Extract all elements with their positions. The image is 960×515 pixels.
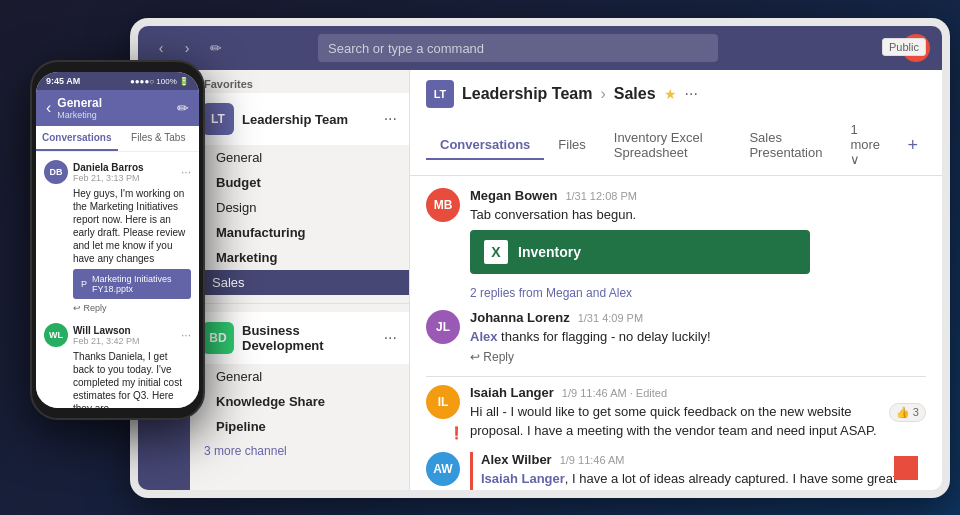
title-separator: › <box>600 85 605 103</box>
search-bar[interactable]: Search or type a command <box>318 34 718 62</box>
bizdev-avatar: BD <box>202 322 234 354</box>
phone-author-daniela: Daniela Barros Feb 21, 3:13 PM <box>73 162 144 183</box>
tab-conversations[interactable]: Conversations <box>426 131 544 160</box>
chat-header: LT Leadership Team › Sales ★ ··· Public … <box>410 70 942 176</box>
message-group-4: AW Alex Wilber 1/9 11:46 AM Isaiah Lange… <box>426 452 926 490</box>
nav-arrows: ‹ › <box>150 37 198 59</box>
forward-button[interactable]: › <box>176 37 198 59</box>
bizdev-pipeline[interactable]: Pipeline <box>194 414 405 439</box>
back-button[interactable]: ‹ <box>150 37 172 59</box>
phone-header: ‹ General Marketing ✏ <box>36 90 199 126</box>
chat-channel-name: Sales <box>614 85 656 103</box>
msg2-text: Alex thanks for flagging - no delay luck… <box>470 328 926 346</box>
bizdev-more-icon[interactable]: ··· <box>384 329 397 347</box>
chat-title: Leadership Team <box>462 85 592 103</box>
tab-inventory[interactable]: Inventory Excel Spreadsheet <box>600 124 736 168</box>
phone-time: 9:45 AM <box>46 76 80 86</box>
message-group-3: IL ❗ Isaiah Langer 1/9 11:46 AM · Edited… <box>426 385 926 439</box>
phone-status-bar: 9:45 AM ●●●●○ 100% 🔋 <box>36 72 199 90</box>
phone-author-will: Will Lawson Feb 21, 3:42 PM <box>73 325 140 346</box>
phone-frame: 9:45 AM ●●●●○ 100% 🔋 ‹ General Marketing… <box>30 60 205 420</box>
phone-will-time: Feb 21, 3:42 PM <box>73 336 140 346</box>
phone-messages: DB Daniela Barros Feb 21, 3:13 PM ··· He… <box>36 152 199 408</box>
msg4-header: Alex Wilber 1/9 11:46 AM <box>481 452 926 467</box>
channel-budget[interactable]: Budget <box>194 170 405 195</box>
msg1-author: Megan Bowen <box>470 188 557 203</box>
msg4-author: Alex Wilber <box>481 452 552 467</box>
team-avatar: LT <box>202 103 234 135</box>
channel-design[interactable]: Design <box>194 195 405 220</box>
phone-daniela-file[interactable]: P Marketing Initiatives FY18.pptx <box>73 269 191 299</box>
phone-tabs: Conversations Files & Tabs <box>36 126 199 152</box>
phone-channel-info: General Marketing <box>57 96 102 120</box>
phone-msg-daniela-header: DB Daniela Barros Feb 21, 3:13 PM ··· <box>44 160 191 184</box>
edit-icon[interactable]: ✏ <box>210 40 222 56</box>
phone-tab-files[interactable]: Files & Tabs <box>118 126 200 151</box>
tablet-screen: ‹ › ✏ Search or type a command MB Activi… <box>138 26 942 490</box>
phone-daniela-time: Feb 21, 3:13 PM <box>73 173 144 183</box>
msg2-content: Johanna Lorenz 1/31 4:09 PM Alex thanks … <box>470 310 926 364</box>
chat-panel: LT Leadership Team › Sales ★ ··· Public … <box>410 70 942 490</box>
replies-text[interactable]: 2 replies from Megan and Alex <box>470 286 926 300</box>
search-placeholder: Search or type a command <box>328 41 484 56</box>
pptx-label: Marketing Initiatives FY18.pptx <box>92 274 183 294</box>
excel-label: Inventory <box>518 244 581 260</box>
phone-tab-conversations[interactable]: Conversations <box>36 126 118 151</box>
bizdev-name: Business Development <box>242 323 376 353</box>
team-name: Leadership Team <box>242 112 376 127</box>
phone-back-button[interactable]: ‹ <box>46 99 51 117</box>
bizdev-general[interactable]: General <box>194 364 405 389</box>
msg4-content: Alex Wilber 1/9 11:46 AM Isaiah Langer, … <box>470 452 926 490</box>
chat-team-icon: LT <box>426 80 454 108</box>
chat-tabs: Conversations Files Inventory Excel Spre… <box>426 116 926 175</box>
tab-files[interactable]: Files <box>544 131 599 160</box>
msg3-avatar: IL <box>426 385 460 419</box>
msg2-author: Johanna Lorenz <box>470 310 570 325</box>
msg4-text: Isaiah Langer, I have a lot of ideas alr… <box>481 470 926 490</box>
msg3-time: 1/9 11:46 AM · Edited <box>562 387 667 399</box>
msg1-header: Megan Bowen 1/31 12:08 PM <box>470 188 926 203</box>
msg1-text: Tab conversation has begun. <box>470 206 926 224</box>
phone-will-text: Thanks Daniela, I get back to you today.… <box>73 350 191 408</box>
channel-marketing[interactable]: Marketing <box>194 245 405 270</box>
tablet-frame: ‹ › ✏ Search or type a command MB Activi… <box>130 18 950 498</box>
phone-will-more[interactable]: ··· <box>181 328 191 342</box>
bizdev-knowledge[interactable]: Knowledge Share <box>194 389 405 414</box>
main-area: Activity Chat 1 Teams Favorites LT <box>138 70 942 490</box>
team-more-icon[interactable]: ··· <box>384 110 397 128</box>
excel-card[interactable]: X Inventory <box>470 230 810 274</box>
msg2-header: Johanna Lorenz 1/31 4:09 PM <box>470 310 926 325</box>
messages-area: MB Megan Bowen 1/31 12:08 PM Tab convers… <box>410 176 942 490</box>
like-badge[interactable]: 👍 3 <box>889 403 926 422</box>
msg2-avatar: JL <box>426 310 460 344</box>
msg3-row: Hi all - I would like to get some quick … <box>470 403 926 439</box>
urgent-icon: ❗ <box>449 426 464 440</box>
channel-sales[interactable]: Sales <box>190 270 409 295</box>
msg1-content: Megan Bowen 1/31 12:08 PM Tab conversati… <box>470 188 926 274</box>
more-channels[interactable]: 3 more channel <box>190 439 409 463</box>
msg3-text: Hi all - I would like to get some quick … <box>470 403 883 439</box>
add-tab-button[interactable]: + <box>899 131 926 160</box>
phone-edit-icon[interactable]: ✏ <box>177 100 189 116</box>
channel-general[interactable]: General <box>194 145 405 170</box>
channel-manufacturing[interactable]: Manufacturing <box>194 220 405 245</box>
msg2-reply[interactable]: ↩ Reply <box>470 350 926 364</box>
msg3-author: Isaiah Langer <box>470 385 554 400</box>
notification-dot <box>894 456 918 480</box>
bizdev-team-header[interactable]: BD Business Development ··· <box>190 312 409 364</box>
tab-sales[interactable]: Sales Presentation <box>735 124 836 168</box>
msg2-time: 1/31 4:09 PM <box>578 312 643 324</box>
team-header[interactable]: LT Leadership Team ··· <box>190 93 409 145</box>
tab-more[interactable]: 1 more ∨ <box>836 116 899 175</box>
msg1-avatar: MB <box>426 188 460 222</box>
phone-channel-title: General <box>57 96 102 110</box>
msg3-header: Isaiah Langer 1/9 11:46 AM · Edited <box>470 385 926 400</box>
msg3-content: Isaiah Langer 1/9 11:46 AM · Edited Hi a… <box>470 385 926 439</box>
star-icon[interactable]: ★ <box>664 86 677 102</box>
phone-will-name: Will Lawson <box>73 325 140 336</box>
channel-more-icon[interactable]: ··· <box>685 85 698 103</box>
phone-avatar-daniela: DB <box>44 160 68 184</box>
phone-daniela-more[interactable]: ··· <box>181 165 191 179</box>
phone-msg-will-header: WL Will Lawson Feb 21, 3:42 PM ··· <box>44 323 191 347</box>
phone-daniela-reply[interactable]: ↩ Reply <box>73 303 191 313</box>
